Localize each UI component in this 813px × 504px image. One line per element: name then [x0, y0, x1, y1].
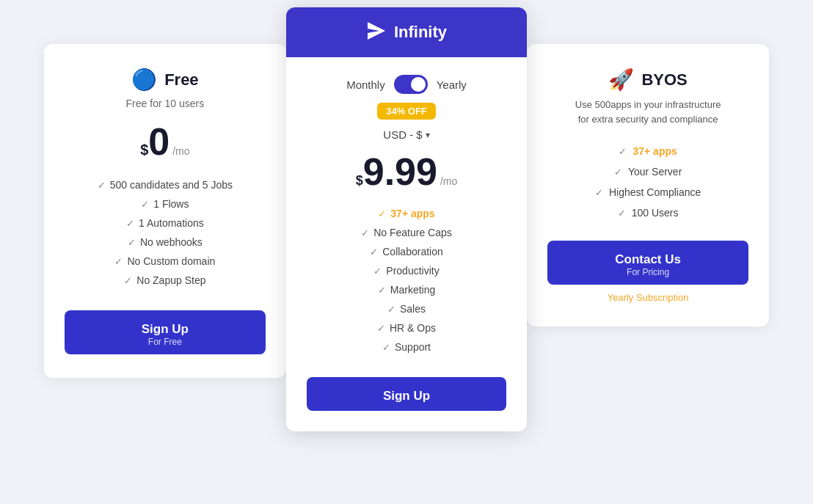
feature-text: 1 Automations — [139, 217, 204, 229]
infinity-brand-title: Infinity — [394, 23, 447, 42]
free-price-per: /mo — [172, 145, 189, 157]
free-card: 🔵 Free Free for 10 users $ 0 /mo ✓500 ca… — [44, 44, 286, 378]
infinity-cta-label: Sign Up — [316, 389, 498, 403]
list-item: ✓No Zapup Step — [65, 271, 266, 290]
list-item: ✓Highest Compliance — [547, 182, 748, 202]
free-icon-row: 🔵 Free — [65, 67, 266, 92]
feature-text: No Zapup Step — [136, 274, 205, 286]
feature-text: Support — [395, 341, 431, 353]
yearly-label: Yearly — [437, 78, 467, 91]
feature-text: Productivity — [386, 265, 439, 277]
byos-card-subtitle: Use 500apps in your infrastructurefor ex… — [547, 98, 748, 126]
feature-text: 37+ apps — [632, 145, 677, 157]
check-icon: ✓ — [141, 199, 149, 210]
check-icon: ✓ — [128, 237, 136, 248]
feature-text: Highest Compliance — [609, 186, 701, 198]
byos-cta-sublabel: For Pricing — [556, 267, 740, 277]
check-icon: ✓ — [382, 342, 390, 353]
free-price-row: $ 0 /mo — [65, 123, 266, 161]
byos-plan-icon: 🚀 — [608, 67, 634, 92]
list-item: ✓No webhooks — [65, 233, 266, 252]
feature-text: HR & Ops — [390, 322, 436, 334]
check-icon: ✓ — [370, 246, 378, 258]
infinity-body: Monthly Yearly 34% OFF USD - $ ▾ $ 9.99 … — [286, 57, 528, 431]
list-item: ✓1 Flows — [65, 194, 266, 213]
feature-text: No Custom domain — [127, 255, 215, 267]
list-item: ✓100 Users — [547, 202, 748, 223]
check-icon: ✓ — [378, 285, 386, 296]
list-item: ✓No Feature Caps — [307, 223, 507, 242]
discount-badge: 34% OFF — [377, 103, 436, 120]
infinity-price-main: 9.99 — [363, 153, 437, 191]
feature-text: No webhooks — [140, 236, 203, 248]
feature-text: 37+ apps — [390, 208, 434, 219]
feature-text: 500 candidates and 5 Jobs — [110, 179, 233, 191]
check-icon: ✓ — [377, 323, 385, 334]
yearly-subscription-link[interactable]: Yearly Subscription — [547, 292, 748, 303]
list-item: ✓No Custom domain — [65, 252, 266, 271]
infinity-header: Infinity — [286, 7, 528, 57]
check-icon: ✓ — [126, 218, 134, 229]
feature-text: Marketing — [390, 284, 435, 296]
chevron-down-icon: ▾ — [426, 130, 430, 140]
infinity-features-list: ✓37+ apps ✓No Feature Caps ✓Collaboratio… — [307, 204, 507, 357]
list-item: ✓37+ apps — [547, 141, 748, 161]
check-icon: ✓ — [361, 227, 369, 238]
free-card-subtitle: Free for 10 users — [65, 98, 266, 109]
list-item: ✓HR & Ops — [307, 318, 507, 337]
infinity-signup-button[interactable]: Sign Up — [307, 377, 507, 411]
list-item: ✓500 candidates and 5 Jobs — [65, 175, 266, 194]
free-plan-icon: 🔵 — [131, 67, 157, 92]
currency-selector[interactable]: USD - $ ▾ — [307, 128, 507, 141]
list-item: ✓1 Automations — [65, 213, 266, 233]
currency-value: USD - $ — [383, 128, 422, 141]
check-icon: ✓ — [378, 208, 386, 219]
infinity-price-row: $ 9.99 /mo — [307, 153, 507, 191]
feature-text: 1 Flows — [153, 198, 189, 210]
infinity-logo-icon — [366, 21, 387, 44]
byos-card-title: BYOS — [641, 70, 687, 90]
check-icon: ✓ — [619, 146, 627, 157]
byos-icon-row: 🚀 BYOS — [547, 67, 748, 92]
check-icon: ✓ — [373, 266, 382, 277]
infinity-card: Infinity Monthly Yearly 34% OFF USD - $ … — [286, 7, 528, 431]
svg-marker-0 — [368, 22, 385, 40]
list-item: ✓Marketing — [307, 280, 507, 299]
free-cta-label: Sign Up — [73, 322, 257, 337]
monthly-label: Monthly — [346, 78, 385, 91]
list-item: ✓Sales — [307, 299, 507, 318]
byos-cta-label: Contact Us — [556, 252, 740, 267]
check-icon: ✓ — [98, 180, 106, 191]
list-item: ✓37+ apps — [307, 204, 507, 223]
infinity-price-symbol: $ — [356, 173, 363, 189]
free-card-title: Free — [164, 70, 198, 90]
feature-text: No Feature Caps — [373, 227, 452, 238]
free-features-list: ✓500 candidates and 5 Jobs ✓1 Flows ✓1 A… — [65, 175, 266, 290]
feature-text: Your Server — [628, 166, 682, 178]
pricing-container: 🔵 Free Free for 10 users $ 0 /mo ✓500 ca… — [0, 7, 813, 431]
feature-text: Collaboration — [382, 246, 443, 258]
check-icon: ✓ — [387, 304, 395, 315]
check-icon: ✓ — [124, 275, 132, 286]
discount-badge-row: 34% OFF — [307, 103, 507, 128]
check-icon: ✓ — [614, 167, 622, 178]
list-item: ✓Support — [307, 337, 507, 357]
byos-card: 🚀 BYOS Use 500apps in your infrastructur… — [527, 44, 769, 326]
check-icon: ✓ — [595, 187, 603, 198]
billing-toggle-row: Monthly Yearly — [307, 75, 507, 94]
free-cta-sublabel: For Free — [73, 337, 257, 347]
feature-text: Sales — [400, 303, 426, 315]
billing-toggle[interactable] — [394, 75, 428, 94]
list-item: ✓Productivity — [307, 261, 507, 280]
check-icon: ✓ — [618, 208, 626, 219]
free-price-symbol: $ — [140, 142, 148, 158]
byos-features-list: ✓37+ apps ✓Your Server ✓Highest Complian… — [547, 141, 748, 223]
free-price-main: 0 — [148, 123, 169, 161]
free-signup-button[interactable]: Sign Up For Free — [65, 310, 266, 354]
list-item: ✓Collaboration — [307, 242, 507, 261]
byos-contact-button[interactable]: Contact Us For Pricing — [547, 241, 748, 285]
list-item: ✓Your Server — [547, 161, 748, 182]
feature-text: 100 Users — [632, 207, 679, 219]
infinity-price-per: /mo — [440, 175, 457, 187]
check-icon: ✓ — [114, 256, 123, 267]
